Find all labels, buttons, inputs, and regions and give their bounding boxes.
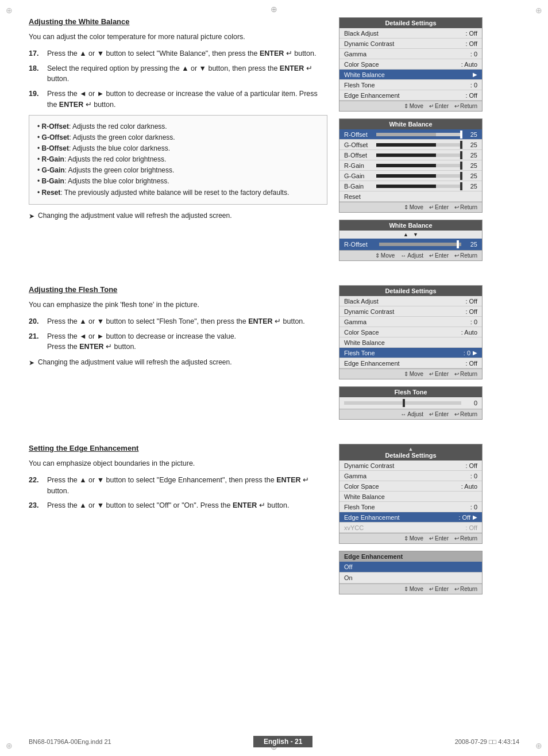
edge-dropdown-title: Edge Enhancement <box>339 551 482 562</box>
wb-row-b-gain: B-Gain 25 <box>339 181 482 191</box>
step-20-num: 20. <box>29 316 47 327</box>
row-color-space: Color Space : Auto <box>339 59 482 70</box>
detailed-settings-title-2: Detailed Settings <box>339 286 482 296</box>
step-20: 20. Press the ▲ or ▼ button to select "F… <box>29 316 327 327</box>
section-edge-enhancement-ui: ▲ Detailed Settings Dynamic Contrast : O… <box>339 444 483 601</box>
top-compass-mark: ⊕ <box>271 5 277 14</box>
row-white-balance: White Balance ▶ <box>339 70 482 80</box>
flesh-tone-heading: Adjusting the Flesh Tone <box>29 285 327 294</box>
row2-white-balance: White Balance <box>339 337 482 348</box>
panel-nav-2: ⇕ Move ↵ Enter ↩ Return <box>339 369 482 379</box>
corner-tl-mark: ⊕ <box>6 6 13 15</box>
step-22-text: Press the ▲ or ▼ button to select "Edge … <box>47 475 327 497</box>
roffset-title: White Balance <box>339 220 482 231</box>
bullet-reset: Reset: The previously adjusted white bal… <box>37 187 319 198</box>
edge-option-on[interactable]: On <box>339 573 482 584</box>
section-white-balance-ui: Detailed Settings Black Adjust : Off Dyn… <box>339 17 483 268</box>
footer-center: English - 21 <box>253 736 312 747</box>
corner-tr-mark: ⊕ <box>535 6 542 15</box>
edge-enhancement-intro: You can emphasize object boundaries in t… <box>29 458 327 469</box>
row2-dynamic-contrast: Dynamic Contrast : Off <box>339 306 482 317</box>
step-20-text: Press the ▲ or ▼ button to select "Flesh… <box>47 316 327 327</box>
step-23-text: Press the ▲ or ▼ button to select "Off" … <box>47 500 327 511</box>
section-edge-enhancement-text: Setting the Edge Enhancement You can emp… <box>29 444 327 601</box>
row2-color-space: Color Space : Auto <box>339 327 482 337</box>
note-arrow-icon: ➤ <box>29 211 34 221</box>
nav-move-wb: ⇕ Move <box>404 204 423 210</box>
footer-left: BN68-01796A-00Eng.indd 21 <box>29 738 111 745</box>
detailed-settings-panel-1: Detailed Settings Black Adjust : Off Dyn… <box>339 17 483 112</box>
wb-row-g-gain: G-Gain 25 <box>339 171 482 181</box>
edge-option-off[interactable]: Off <box>339 562 482 573</box>
row3-edge-enhancement: Edge Enhancement : Off ▶ <box>339 512 482 523</box>
row-gamma: Gamma : 0 <box>339 49 482 59</box>
flesh-tone-note: ➤ Changing the adjustment value will ref… <box>29 357 327 368</box>
nav-return-wb: ↩ Return <box>454 204 477 210</box>
white-balance-bullets: R-Offset: Adjusts the red color darkness… <box>29 115 327 205</box>
step-21-text: Press the ◄ or ► button to decrease or i… <box>47 331 327 353</box>
step-17-num: 17. <box>29 48 47 59</box>
step-23-num: 23. <box>29 500 47 511</box>
row3-color-space: Color Space : Auto <box>339 481 482 492</box>
section-edge-enhancement: Setting the Edge Enhancement You can emp… <box>29 444 519 601</box>
nav-move-1: ⇕ Move <box>404 103 423 109</box>
panel-nav-wb: ⇕ Move ↵ Enter ↩ Return <box>339 202 482 212</box>
step-21: 21. Press the ◄ or ► button to decrease … <box>29 331 327 353</box>
roffset-detail-panel: White Balance ▲ ▼ R-Offset 25 ⇕ Move ↔ A… <box>339 220 483 261</box>
row3-gamma: Gamma : 0 <box>339 471 482 481</box>
white-balance-intro: You can adjust the color temperature for… <box>29 32 327 43</box>
detailed-settings-title-3: ▲ Detailed Settings <box>339 444 482 460</box>
step-19-num: 19. <box>29 89 47 110</box>
wb-title: White Balance <box>339 119 482 129</box>
step-17-text: Press the ▲ or ▼ button to select "White… <box>47 48 327 59</box>
flesh-tone-intro: You can emphasize the pink 'flesh tone' … <box>29 300 327 310</box>
page-footer: BN68-01796A-00Eng.indd 21 English - 21 2… <box>0 736 548 747</box>
edge-enhancement-dropdown: Edge Enhancement Off On ⇕ Move ↵ Enter ↩… <box>339 551 483 594</box>
row-black-adjust: Black Adjust : Off <box>339 28 482 39</box>
roffset-arrows: ▲ ▼ <box>339 231 482 239</box>
panel-nav-3: ⇕ Move ↵ Enter ↩ Return <box>339 533 482 543</box>
edge-enhancement-heading: Setting the Edge Enhancement <box>29 444 327 452</box>
row3-xvycc: xvYCC : Off <box>339 523 482 533</box>
nav-return-roffset: ↩ Return <box>454 252 477 259</box>
panel-nav-1: ⇕ Move ↵ Enter ↩ Return <box>339 101 482 111</box>
bullet-b-offset: B-Offset: Adjusts the blue color darknes… <box>37 143 319 154</box>
step-18: 18. Select the required option by pressi… <box>29 63 327 85</box>
bullet-r-gain: R-Gain: Adjusts the red color brightness… <box>37 154 319 165</box>
step-22-num: 22. <box>29 475 47 497</box>
nav-adjust-roffset: ↔ Adjust <box>400 252 423 259</box>
section-flesh-tone-text: Adjusting the Flesh Tone You can emphasi… <box>29 285 327 427</box>
flesh-tone-slider-row: 0 <box>339 397 482 409</box>
note-text: Changing the adjustment value will refre… <box>38 210 232 221</box>
detailed-settings-panel-3: ▲ Detailed Settings Dynamic Contrast : O… <box>339 444 483 544</box>
row2-gamma: Gamma : 0 <box>339 317 482 327</box>
step-23: 23. Press the ▲ or ▼ button to select "O… <box>29 500 327 511</box>
flesh-tone-slider-panel: Flesh Tone 0 ↔ Adjust ↵ Enter ↩ Return <box>339 386 483 420</box>
row3-dynamic-contrast: Dynamic Contrast : Off <box>339 460 482 471</box>
step-22: 22. Press the ▲ or ▼ button to select "E… <box>29 475 327 497</box>
white-balance-sliders-panel: White Balance R-Offset 25 G-Offset <box>339 118 483 213</box>
wb-row-g-offset: G-Offset 25 <box>339 140 482 150</box>
nav-enter-roffset: ↵ Enter <box>429 252 449 259</box>
step-21-num: 21. <box>29 331 47 353</box>
detailed-settings-title-1: Detailed Settings <box>339 18 482 28</box>
bullet-g-offset: G-Offset: Adjusts the green color darkne… <box>37 132 319 143</box>
wb-row-r-gain: R-Gain 25 <box>339 160 482 171</box>
panel-nav-edge: ⇕ Move ↵ Enter ↩ Return <box>339 584 482 594</box>
nav-return-1: ↩ Return <box>454 103 477 109</box>
row3-flesh-tone: Flesh Tone : 0 <box>339 502 482 512</box>
panel-nav-flesh: ↔ Adjust ↵ Enter ↩ Return <box>339 409 482 419</box>
bullet-r-offset: R-Offset: Adjusts the red color darkness… <box>37 121 319 132</box>
step-18-num: 18. <box>29 63 47 85</box>
bullet-g-gain: G-Gain: Adjusts the green color brightne… <box>37 165 319 176</box>
row-dynamic-contrast: Dynamic Contrast : Off <box>339 39 482 49</box>
step-19-text: Press the ◄ or ► button to decrease or i… <box>47 89 327 110</box>
white-balance-heading: Adjusting the White Balance <box>29 17 327 26</box>
panel-nav-roffset: ⇕ Move ↔ Adjust ↵ Enter ↩ Return <box>339 250 482 260</box>
white-balance-note: ➤ Changing the adjustment value will ref… <box>29 210 327 221</box>
step-19: 19. Press the ◄ or ► button to decrease … <box>29 89 327 110</box>
wb-row-r-offset: R-Offset 25 <box>339 129 482 140</box>
row-flesh-tone: Flesh Tone : 0 <box>339 80 482 90</box>
section-flesh-tone-ui: Detailed Settings Black Adjust : Off Dyn… <box>339 285 483 427</box>
roffset-row: R-Offset 25 <box>339 239 482 250</box>
